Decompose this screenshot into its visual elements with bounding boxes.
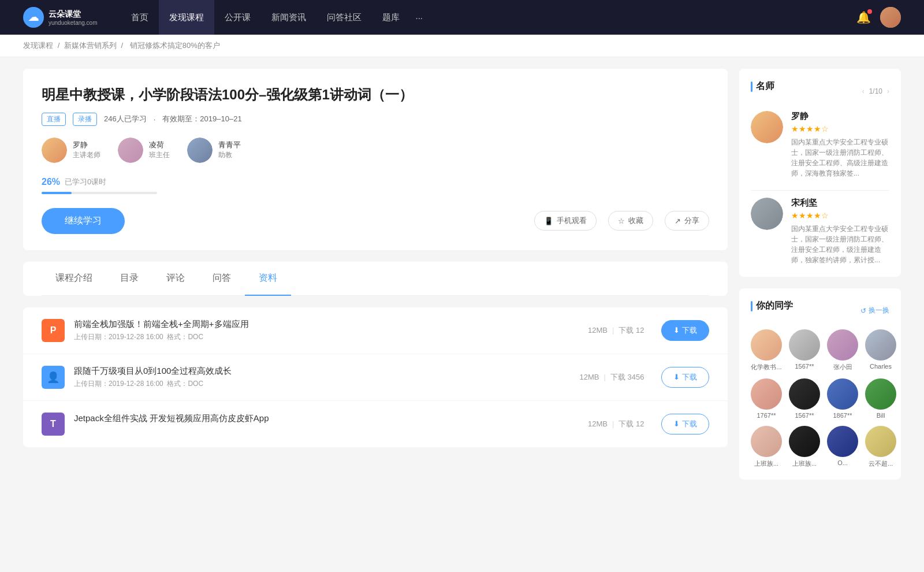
progress-section: 26% 已学习0课时 xyxy=(42,177,709,194)
resource-name-0: 前端全栈加强版！前端全栈+全周期+多端应用 xyxy=(74,319,571,330)
download-button-1[interactable]: ⬇ 下载 xyxy=(661,367,709,388)
classmate-name-11: 云不超... xyxy=(869,459,893,468)
tabs-card: 课程介绍 目录 评论 问答 资料 xyxy=(23,262,728,296)
tab-resources[interactable]: 资料 xyxy=(245,262,291,296)
breadcrumb-link-2[interactable]: 新媒体营销系列 xyxy=(64,41,117,50)
tab-qa[interactable]: 问答 xyxy=(199,262,245,296)
teachers-sidebar-card: 名师 ‹ 1/10 › 罗静 ★★★★☆ 国内某重点大学安全工程专业硕士，国家一… xyxy=(739,69,901,277)
sidebar-teacher-desc-0: 国内某重点大学安全工程专业硕士，国家一级注册消防工程师、注册安全工程师、高级注册… xyxy=(791,137,889,179)
progress-bar-bg xyxy=(42,192,157,194)
action-buttons: 📱 手机观看 ☆ 收藏 ↗ 分享 xyxy=(534,211,709,231)
teachers-prev-btn[interactable]: ‹ xyxy=(862,87,865,95)
classmate-avatar-3[interactable] xyxy=(865,329,896,361)
sidebar: 名师 ‹ 1/10 › 罗静 ★★★★☆ 国内某重点大学安全工程专业硕士，国家一… xyxy=(739,69,901,491)
tab-intro[interactable]: 课程介绍 xyxy=(42,262,106,296)
logo-sub: yunduoketang.com xyxy=(49,20,98,26)
classmate-name-4: 1767** xyxy=(757,412,776,419)
teacher-item-0: 罗静 主讲老师 xyxy=(42,138,100,163)
classmate-avatar-4[interactable] xyxy=(751,378,782,410)
classmates-sidebar-card: 你的同学 ↺ 换一换 化学教书... 1567** xyxy=(739,288,901,480)
classmate-avatar-10[interactable] xyxy=(827,426,858,457)
action-mobile[interactable]: 📱 手机观看 xyxy=(534,211,597,231)
resource-meta-1: 上传日期：2019-12-28 16:00 格式：DOC xyxy=(74,379,562,389)
nav-open[interactable]: 公开课 xyxy=(214,0,261,35)
sidebar-teacher-avatar-0 xyxy=(751,111,783,143)
progress-text: 已学习0课时 xyxy=(65,177,106,187)
classmate-3: Charles xyxy=(865,329,896,372)
resource-icon-1: 👤 xyxy=(42,366,65,389)
classmate-avatar-1[interactable] xyxy=(789,329,820,361)
sidebar-teacher-desc-1: 国内某重点大学安全工程专业硕士，国家一级注册消防工程师、注册安全工程师，级注册建… xyxy=(791,224,889,265)
teacher-name-1: 凌荷 xyxy=(149,140,170,150)
teacher-info-2: 青青平 助教 xyxy=(218,140,241,160)
resource-info-0: 前端全栈加强版！前端全栈+全周期+多端应用 上传日期：2019-12-28 16… xyxy=(74,319,571,342)
breadcrumb-current: 销冠修炼术搞定80%的客户 xyxy=(130,41,220,50)
resource-stats-1: 12MB | 下载 3456 xyxy=(579,372,644,382)
classmate-avatar-2[interactable] xyxy=(827,329,858,361)
title-bar xyxy=(751,81,752,92)
teachers-list: 罗静 主讲老师 凌荷 班主任 xyxy=(42,138,709,163)
nav-qa[interactable]: 问答社区 xyxy=(316,0,372,35)
logo-title: 云朵课堂 xyxy=(49,9,98,20)
refresh-label: 换一换 xyxy=(869,306,889,315)
teacher-role-1: 班主任 xyxy=(149,150,170,160)
course-actions: 继续学习 📱 手机观看 ☆ 收藏 ↗ 分享 xyxy=(42,208,709,234)
mobile-icon: 📱 xyxy=(544,217,553,225)
tabs: 课程介绍 目录 评论 问答 资料 xyxy=(42,262,709,296)
classmates-title-bar xyxy=(751,301,752,311)
teachers-page-info: 1/10 xyxy=(869,87,882,95)
tab-catalog[interactable]: 目录 xyxy=(106,262,152,296)
classmate-avatar-9[interactable] xyxy=(789,426,820,457)
teacher-name-0: 罗静 xyxy=(73,140,100,150)
breadcrumb-sep-1: / xyxy=(58,41,62,50)
resource-item-1: 👤 跟随千万级项目从0到100全过程高效成长 上传日期：2019-12-28 1… xyxy=(23,354,728,401)
classmate-1: 1567** xyxy=(789,329,820,372)
classmate-6: 1867** xyxy=(827,378,858,419)
classmate-avatar-5[interactable] xyxy=(789,378,820,410)
resource-downloads-2: 下载 12 xyxy=(619,419,644,429)
action-share[interactable]: ↗ 分享 xyxy=(665,211,709,231)
nav-home[interactable]: 首页 xyxy=(121,0,159,35)
tab-review[interactable]: 评论 xyxy=(152,262,199,296)
logo[interactable]: ☁ 云朵课堂 yunduoketang.com xyxy=(23,7,98,28)
resource-name-1: 跟随千万级项目从0到100全过程高效成长 xyxy=(74,366,562,377)
classmates-title: 你的同学 xyxy=(751,300,793,312)
progress-percent: 26% xyxy=(42,177,60,187)
sidebar-teacher-avatar-1 xyxy=(751,198,783,230)
course-card: 明星中教授课，小学阶段语法100分–强化级第1讲动词（一） 直播 录播 246人… xyxy=(23,69,728,250)
resource-icon-2: T xyxy=(42,413,65,436)
classmate-name-1: 1567** xyxy=(795,363,814,370)
user-avatar[interactable] xyxy=(880,7,901,28)
nav-discover[interactable]: 发现课程 xyxy=(159,0,214,35)
classmate-name-5: 1567** xyxy=(795,412,814,419)
classmate-avatar-0[interactable] xyxy=(751,329,782,361)
classmate-avatar-6[interactable] xyxy=(827,378,858,410)
teacher-info-0: 罗静 主讲老师 xyxy=(73,140,100,160)
classmate-avatar-11[interactable] xyxy=(865,426,896,457)
resource-stats-0: 12MB | 下载 12 xyxy=(588,325,644,336)
progress-label: 26% 已学习0课时 xyxy=(42,177,709,187)
classmate-avatar-7[interactable] xyxy=(865,378,896,410)
sidebar-teacher-info-0: 罗静 ★★★★☆ 国内某重点大学安全工程专业硕士，国家一级注册消防工程师、注册安… xyxy=(791,111,889,179)
classmate-8: 上班族... xyxy=(751,426,782,468)
refresh-button[interactable]: ↺ 换一换 xyxy=(860,306,889,315)
resource-downloads-0: 下载 12 xyxy=(619,325,644,336)
resource-size-2: 12MB xyxy=(588,419,608,428)
nav-news[interactable]: 新闻资讯 xyxy=(261,0,316,35)
notification-bell[interactable]: 🔔 xyxy=(856,10,871,24)
teachers-next-btn[interactable]: › xyxy=(887,87,889,95)
classmate-avatar-8[interactable] xyxy=(751,426,782,457)
action-favorite[interactable]: ☆ 收藏 xyxy=(608,211,653,231)
progress-bar-fill xyxy=(42,192,72,194)
classmate-name-2: 张小田 xyxy=(833,363,852,372)
download-button-0[interactable]: ⬇ 下载 xyxy=(661,320,709,341)
nav-exam[interactable]: 题库 xyxy=(372,0,410,35)
classmate-7: Bill xyxy=(865,378,896,419)
download-button-2[interactable]: ⬇ 下载 xyxy=(661,414,709,434)
breadcrumb-link-1[interactable]: 发现课程 xyxy=(23,41,53,50)
logo-icon: ☁ xyxy=(23,7,44,28)
nav-more[interactable]: ··· xyxy=(410,0,429,35)
continue-button[interactable]: 继续学习 xyxy=(42,208,125,234)
teacher-divider xyxy=(751,190,889,191)
sidebar-teacher-stars-0: ★★★★☆ xyxy=(791,124,889,133)
